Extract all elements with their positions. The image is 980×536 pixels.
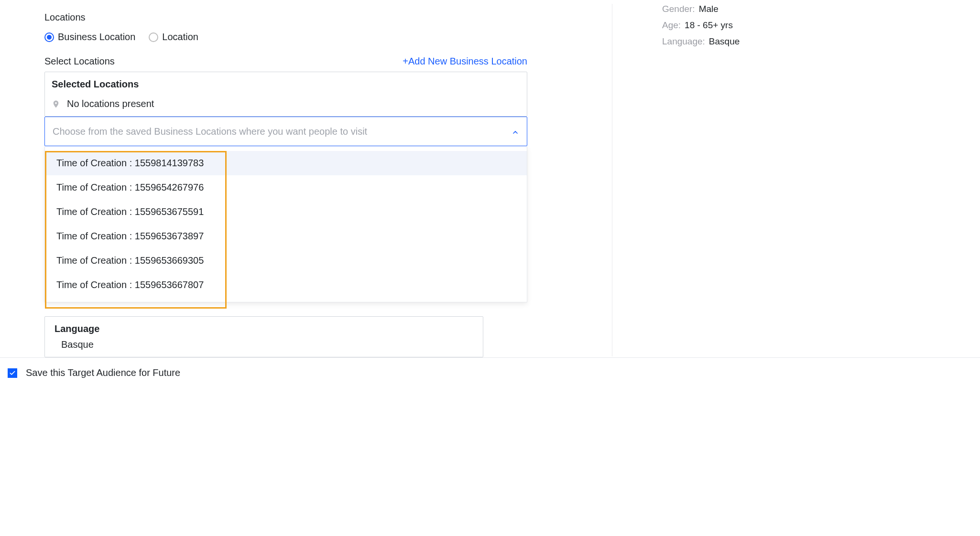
footer: Save this Target Audience for Future [0,357,980,378]
dropdown-item[interactable]: Time of Creation : 1559653669305 [45,248,527,273]
summary-row-gender: Gender: Male [662,4,966,14]
add-new-business-location-link[interactable]: +Add New Business Location [403,56,527,67]
save-audience-checkbox[interactable] [8,368,17,378]
language-title: Language [54,323,473,334]
selected-locations-box: Selected Locations No locations present [44,72,527,117]
summary-key: Gender: [662,4,695,14]
selected-locations-title: Selected Locations [52,79,520,90]
chevron-up-icon [512,128,519,135]
summary-value: Male [699,4,719,14]
location-search-input[interactable] [53,126,512,137]
summary-row-language: Language: Basque [662,36,966,47]
summary-value: 18 - 65+ yrs [685,20,733,31]
dropdown-item[interactable]: Time of Creation : 1559653667807 [45,273,527,297]
location-search-box[interactable] [44,117,527,146]
location-pin-icon [52,100,60,108]
summary-row-age: Age: 18 - 65+ yrs [662,20,966,31]
radio-circle-icon [44,32,54,42]
locations-radio-group: Business Location Location [44,32,527,43]
dropdown-item[interactable]: Time of Creation : 1559653673897 [45,224,527,248]
location-dropdown: Time of Creation : 1559814139783 Time of… [44,146,527,302]
language-box: Language Basque [44,316,483,357]
select-locations-label: Select Locations [44,56,115,67]
dropdown-item[interactable]: Time of Creation : 1559814139783 [45,151,527,175]
radio-business-location[interactable]: Business Location [44,32,135,43]
dropdown-item[interactable]: Time of Creation : 1559653675591 [45,200,527,224]
save-audience-label: Save this Target Audience for Future [26,367,180,378]
summary-key: Age: [662,20,681,31]
summary-sidebar: Gender: Male Age: 18 - 65+ yrs Language:… [612,4,966,356]
radio-circle-icon [149,32,158,42]
no-locations-text: No locations present [67,98,154,109]
radio-label: Location [162,32,198,43]
summary-key: Language: [662,36,705,47]
locations-section-label: Locations [44,12,527,23]
dropdown-item[interactable]: Time of Creation : 1559654267976 [45,175,527,200]
radio-label: Business Location [58,32,135,43]
radio-location[interactable]: Location [149,32,198,43]
language-value: Basque [54,339,473,350]
summary-value: Basque [709,36,740,47]
